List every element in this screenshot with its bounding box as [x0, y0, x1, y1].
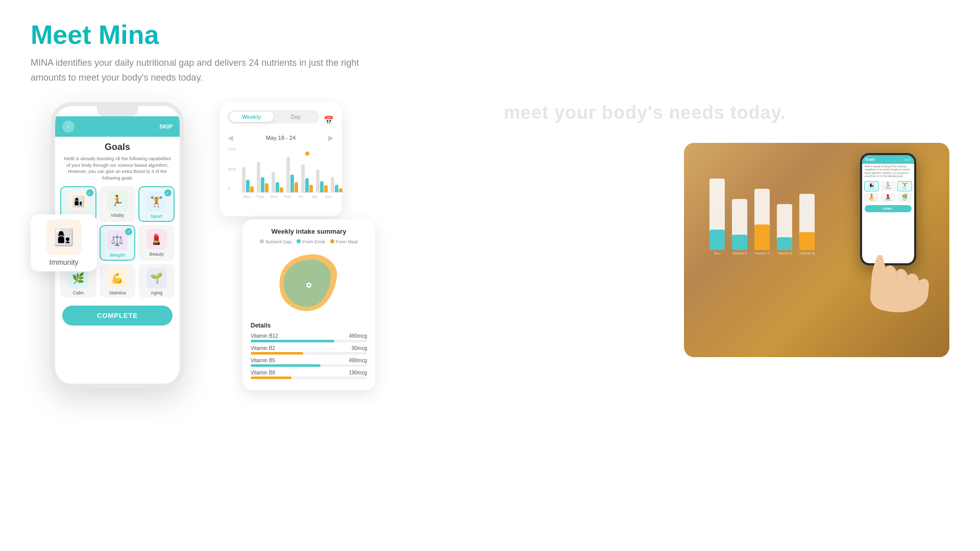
page-subtitle: MINA identifies your daily nutritional g… — [31, 56, 378, 85]
bar-fri — [301, 152, 313, 192]
detail-b2-bar — [251, 352, 303, 355]
details-section: Details Vitamin B12 490mcg Vitamin B2 90… — [251, 322, 367, 379]
mini-goals-desc: Mixfit is already boosting All the follo… — [862, 164, 914, 180]
details-title: Details — [251, 322, 367, 329]
day-mon: Mon. — [242, 195, 253, 198]
legend-gap-label: Nutrient Gap — [265, 239, 291, 244]
day-fri: Fri. — [296, 195, 307, 198]
complete-button[interactable]: COMPLETE — [62, 306, 173, 325]
goals-title: Goals — [55, 137, 180, 156]
mini-skip: SKIP — [904, 158, 911, 161]
weekly-chart-card: Weekly Day 📅 ◀ May 18 - 24 ▶ 70% 30% 0 — [219, 102, 342, 216]
tab-weekly[interactable]: Weekly — [229, 112, 274, 122]
aging-icon: 🌱 — [146, 268, 167, 288]
table-bar-2: Vitamin A — [732, 199, 747, 255]
watermark-text: meet your body's needs today. — [504, 102, 786, 123]
stamina-icon: 💪 — [107, 268, 128, 288]
intake-blob — [276, 249, 342, 316]
table-bar-3: Vitamin C — [754, 189, 770, 255]
wooden-table: Zinc Vitamin A Vitamin C — [684, 143, 949, 357]
bar-wed — [272, 152, 283, 192]
beauty-label: Beauty — [140, 252, 173, 257]
next-arrow[interactable]: ▶ — [328, 134, 334, 142]
detail-b12: Vitamin B12 490mcg — [251, 333, 367, 342]
page-container: Meet Mina MINA identifies your daily nut… — [0, 0, 980, 551]
detail-b5: Vitamin B5 490mcg — [251, 358, 367, 367]
check-weight: ✓ — [125, 228, 132, 235]
detail-b12-label: Vitamin B12 — [251, 333, 278, 339]
mini-goal-sport: 🏋️Sport — [897, 181, 912, 191]
day-sat: Sat. — [310, 195, 321, 198]
detail-b2: Vitamin B2 90mcg — [251, 345, 367, 355]
mini-goal-immunity: 👩‍👦Immunity — [864, 181, 879, 191]
sport-label: Sport — [141, 214, 172, 219]
stamina-label: Stamina — [102, 290, 134, 295]
detail-b5-bar — [251, 364, 321, 367]
mini-goal-calm: 🌿Calm — [897, 193, 912, 202]
phone-header-bar: ‹ SKIP — [55, 116, 180, 137]
calendar-icon[interactable]: 📅 — [324, 115, 334, 125]
weight-icon: ⚖️ — [107, 230, 128, 251]
mini-phone-screen: Goals SKIP Mixfit is already boosting Al… — [862, 155, 914, 263]
skip-button[interactable]: SKIP — [159, 123, 173, 130]
vitality-icon: 🏃 — [107, 190, 128, 211]
mini-goal-focus: 🧘Focus — [864, 193, 879, 202]
goal-weight[interactable]: ✓ ⚖️ Weight — [100, 225, 136, 261]
mini-phone-body: Goals SKIP Mixfit is already boosting Al… — [860, 153, 916, 265]
check-sport: ✓ — [164, 189, 172, 196]
detail-b8-bar — [251, 377, 291, 379]
bar-sun — [331, 152, 342, 192]
goal-vitality[interactable]: 🏃 Vitality — [100, 186, 136, 222]
chart-tabs: Weekly Day — [228, 110, 320, 123]
chart-nav: ◀ May 18 - 24 ▶ — [228, 134, 334, 142]
vitality-label: Vitality — [102, 213, 134, 218]
bar-tue — [257, 152, 268, 192]
detail-b2-value: 90mcg — [352, 345, 367, 351]
legend-gap-dot — [260, 239, 264, 243]
goal-aging[interactable]: 🌱 Aging — [138, 264, 175, 297]
goal-beauty[interactable]: 💄 Beauty — [138, 225, 175, 261]
mini-goal-vitality: 🏃Vitality — [880, 181, 895, 191]
goals-description: Mixfit is already boosting All the follo… — [55, 156, 180, 181]
page-title: Meet Mina — [31, 20, 378, 49]
beauty-icon: 💄 — [146, 229, 167, 249]
mini-goal-beauty: 💄Beauty — [880, 193, 895, 202]
date-range: May 18 - 24 — [266, 135, 296, 141]
mini-goals-grid: 👩‍👦Immunity 🏃Vitality 🏋️Sport 🧘Focus 💄Be… — [862, 180, 914, 204]
table-chart: Zinc Vitamin A Vitamin C — [709, 173, 815, 255]
table-bar-1: Zinc — [709, 179, 725, 255]
day-tue: Tues. — [256, 195, 266, 198]
day-sun: Sun. — [323, 195, 334, 198]
prev-arrow[interactable]: ◀ — [228, 134, 233, 142]
calm-label: Calm — [62, 290, 94, 295]
right-image-container: Zinc Vitamin A Vitamin C — [684, 143, 949, 357]
legend-meal-dot — [330, 239, 334, 243]
detail-b8: Vitamin B8 190mcg — [251, 370, 367, 379]
y-label-70: 70% — [228, 147, 236, 152]
immunity-card-label: Immunity — [36, 258, 92, 266]
legend-drink-dot — [297, 239, 301, 243]
summary-legend: Nutrient Gap From Drink From Meal — [251, 239, 367, 244]
y-label-0: 0 — [228, 186, 236, 191]
table-bar-5: Vitamin B — [799, 194, 815, 255]
goal-sport[interactable]: ✓ 🏋️ Sport — [138, 186, 175, 222]
goal-stamina[interactable]: 💪 Stamina — [100, 264, 136, 297]
bar-mon — [242, 152, 254, 192]
detail-b8-label: Vitamin B8 — [251, 370, 275, 375]
detail-b5-value: 490mcg — [349, 358, 367, 363]
bar-sat — [316, 152, 328, 192]
day-thu: Thur. — [283, 195, 293, 198]
check-immunity: ✓ — [86, 189, 93, 196]
tab-day[interactable]: Day — [274, 112, 318, 122]
back-button[interactable]: ‹ — [62, 120, 75, 133]
detail-b12-value: 490mcg — [349, 333, 367, 339]
phone-in-hand: Goals SKIP Mixfit is already boosting Al… — [847, 153, 929, 318]
legend-meal-label: From Meal — [336, 239, 358, 244]
mini-complete-btn[interactable]: COMP... — [865, 205, 912, 212]
detail-b12-bar — [251, 340, 334, 342]
mini-goals-title: Goals — [865, 158, 875, 161]
immunity-card-icon: 👩‍👦 — [46, 219, 82, 255]
hand-svg — [847, 255, 929, 316]
detail-b5-label: Vitamin B5 — [251, 358, 275, 363]
svg-point-1 — [308, 284, 310, 286]
